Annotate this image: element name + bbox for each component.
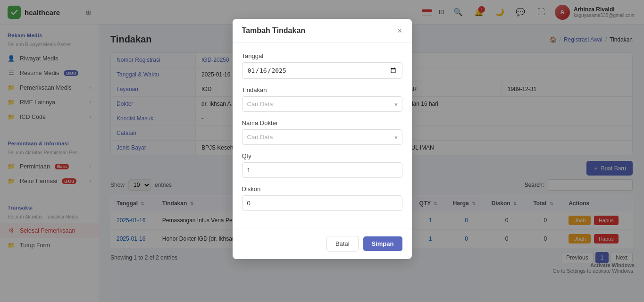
- modal-close-button[interactable]: ×: [397, 26, 402, 35]
- modal-title: Tambah Tindakan: [242, 26, 306, 35]
- modal-header: Tambah Tindakan ×: [233, 19, 412, 43]
- qty-label: Qty: [242, 152, 402, 159]
- form-group-nama-dokter: Nama Dokter Cari Data: [242, 119, 402, 145]
- modal-overlay[interactable]: Tambah Tindakan × Tanggal Tindakan Cari …: [0, 0, 644, 302]
- diskon-input[interactable]: [242, 195, 402, 211]
- form-group-tanggal: Tanggal: [242, 52, 402, 79]
- tanggal-label: Tanggal: [242, 52, 402, 59]
- form-group-tindakan: Tindakan Cari Data: [242, 86, 402, 112]
- form-group-qty: Qty: [242, 152, 402, 178]
- tindakan-select[interactable]: Cari Data: [242, 96, 402, 112]
- simpan-button[interactable]: Simpan: [363, 236, 402, 251]
- qty-input[interactable]: [242, 162, 402, 178]
- diskon-label: Diskon: [242, 185, 402, 193]
- batal-button[interactable]: Batal: [326, 236, 359, 252]
- nama-dokter-select[interactable]: Cari Data: [242, 129, 402, 145]
- nama-dokter-label: Nama Dokter: [242, 119, 402, 126]
- modal-footer: Batal Simpan: [233, 228, 412, 259]
- modal-body: Tanggal Tindakan Cari Data Nama Dokter C…: [233, 43, 412, 228]
- tindakan-label: Tindakan: [242, 86, 402, 93]
- modal-tambah-tindakan: Tambah Tindakan × Tanggal Tindakan Cari …: [233, 19, 412, 259]
- tindakan-select-wrap: Cari Data: [242, 96, 402, 112]
- form-group-diskon: Diskon: [242, 185, 402, 211]
- nama-dokter-select-wrap: Cari Data: [242, 129, 402, 145]
- tanggal-input[interactable]: [242, 62, 402, 79]
